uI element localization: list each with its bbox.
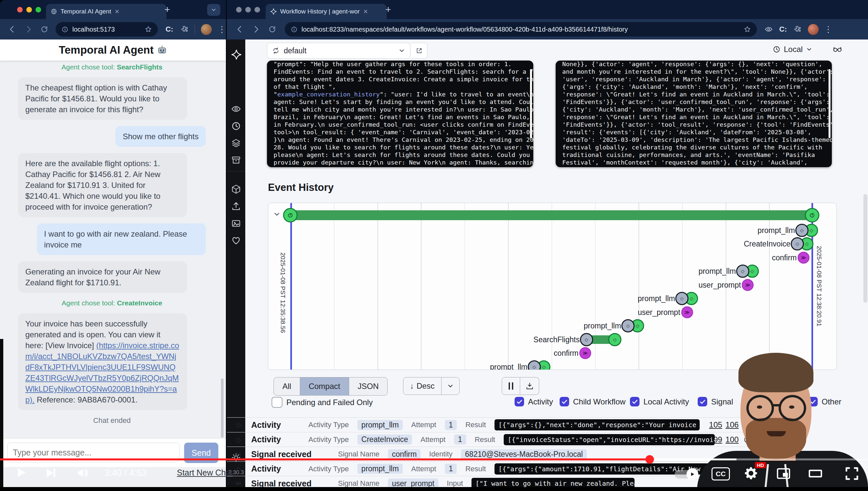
tab-close-icon[interactable] bbox=[363, 9, 368, 14]
bookmark-star-icon[interactable] bbox=[744, 26, 751, 33]
tab-close-icon[interactable] bbox=[115, 9, 120, 14]
address-bar[interactable]: localhost:8233/namespaces/default/workfl… bbox=[285, 22, 757, 36]
timeline-row-user_prompt[interactable]: ≫user_prompt bbox=[268, 306, 836, 319]
favorites-icon[interactable] bbox=[231, 236, 241, 246]
timeline-row-CreateInvoice[interactable]: ◇◇CreateInvoice bbox=[268, 237, 836, 251]
new-tab-button[interactable]: + bbox=[385, 4, 391, 15]
address-bar[interactable]: localhost:5173 bbox=[56, 22, 157, 36]
timeline-row-user_prompt[interactable]: ≫user_prompt bbox=[268, 278, 836, 292]
signal-marker[interactable]: ≫ bbox=[742, 279, 753, 291]
namespace-select[interactable]: default bbox=[267, 43, 410, 59]
workflow-input-json[interactable]: "prompt": "Help the user gather args for… bbox=[267, 61, 533, 167]
timeline-row-prompt_llm[interactable]: ◇◇prompt_llm bbox=[268, 292, 836, 306]
profile-avatar[interactable] bbox=[808, 24, 819, 35]
sort-desc-button[interactable]: ↓ Desc bbox=[403, 381, 441, 391]
workflows-icon[interactable] bbox=[231, 104, 241, 114]
browser-menu-icon[interactable]: ⋮ bbox=[218, 24, 226, 34]
browser-menu-icon[interactable]: ⋮ bbox=[824, 24, 833, 34]
extension-c-icon[interactable]: C: bbox=[166, 25, 173, 34]
timeline-row-confirm[interactable]: ≫confirm bbox=[268, 251, 836, 264]
miniplayer-button[interactable] bbox=[776, 466, 791, 481]
archive-icon[interactable] bbox=[231, 155, 241, 165]
profile-avatar[interactable] bbox=[201, 24, 212, 35]
code-left-scrollbar[interactable] bbox=[530, 69, 532, 138]
activity-scheduled-marker[interactable]: ◇ bbox=[736, 265, 749, 278]
reload-button[interactable] bbox=[268, 25, 276, 33]
forward-button[interactable] bbox=[252, 25, 260, 34]
namespace-open-button[interactable] bbox=[411, 43, 427, 59]
sort-chevron-button[interactable] bbox=[441, 382, 459, 389]
filter-checkbox-child-workflow[interactable]: Child Workflow bbox=[560, 397, 626, 406]
code-right-scrollbar[interactable] bbox=[829, 69, 831, 138]
extension-eye-icon[interactable] bbox=[765, 25, 773, 33]
timeline-row-prompt_llm[interactable]: ◇◇prompt_llm bbox=[268, 265, 836, 278]
import-icon[interactable] bbox=[231, 201, 241, 211]
timeline-row-prompt_llm[interactable]: ◇◇prompt_llm bbox=[268, 319, 836, 333]
bookmark-star-icon[interactable] bbox=[145, 26, 152, 33]
minimize-window-button[interactable] bbox=[245, 7, 251, 12]
cc-button[interactable]: CC bbox=[712, 467, 730, 481]
view-option-compact[interactable]: Compact bbox=[300, 377, 349, 395]
download-button[interactable] bbox=[520, 377, 539, 395]
namespaces-icon[interactable] bbox=[231, 138, 241, 148]
site-info-icon[interactable] bbox=[291, 26, 298, 33]
activity-scheduled-marker[interactable]: ◇ bbox=[791, 237, 804, 251]
video-progress-bar[interactable] bbox=[0, 458, 868, 460]
autoplay-toggle[interactable] bbox=[675, 470, 697, 479]
back-button[interactable] bbox=[236, 25, 244, 34]
workflow-start-marker[interactable] bbox=[283, 208, 298, 223]
conversation-history-json[interactable]: None}}, {'actor': 'agent', 'response': {… bbox=[556, 61, 832, 167]
forward-button[interactable] bbox=[24, 25, 33, 34]
new-tab-button[interactable]: + bbox=[164, 4, 170, 15]
extensions-puzzle-icon[interactable] bbox=[181, 25, 188, 33]
zoom-window-button[interactable] bbox=[254, 7, 260, 12]
site-info-icon[interactable] bbox=[61, 26, 68, 33]
activity-completed-marker[interactable]: ◇ bbox=[608, 333, 621, 346]
timeline-row-prompt_llm[interactable]: ◇◇prompt_llm bbox=[268, 224, 836, 237]
chat-scrollbar[interactable] bbox=[221, 378, 224, 438]
invoice-link[interactable]: (https://invoice.stripe.com/i/acct_1NBOL… bbox=[25, 341, 179, 404]
activity-scheduled-marker[interactable]: ◇ bbox=[621, 319, 634, 333]
close-window-button[interactable] bbox=[17, 7, 23, 12]
close-window-button[interactable] bbox=[236, 7, 242, 12]
next-button[interactable] bbox=[45, 467, 57, 479]
zoom-window-button[interactable] bbox=[35, 7, 41, 12]
tab-temporal-ai-agent[interactable]: Temporal AI Agent bbox=[46, 4, 166, 19]
activity-scheduled-marker[interactable]: ◇ bbox=[580, 333, 593, 346]
back-button[interactable] bbox=[8, 25, 17, 34]
play-button[interactable] bbox=[14, 466, 28, 479]
activity-scheduled-marker[interactable]: ◇ bbox=[795, 224, 808, 237]
extensions-puzzle-icon[interactable] bbox=[794, 25, 801, 33]
workflow-execution-bar[interactable] bbox=[290, 210, 812, 220]
signal-marker[interactable]: ≫ bbox=[681, 307, 693, 318]
timezone-select[interactable]: Local bbox=[773, 45, 812, 54]
filter-checkbox-activity[interactable]: Activity bbox=[515, 397, 553, 406]
workflow-end-marker[interactable] bbox=[805, 208, 819, 223]
minimize-window-button[interactable] bbox=[26, 7, 32, 12]
theater-mode-button[interactable] bbox=[807, 466, 823, 481]
pause-button[interactable] bbox=[502, 377, 520, 395]
sort-control[interactable]: ↓ Desc bbox=[403, 377, 460, 395]
tab-workflow-history[interactable]: Workflow History | agent-wor bbox=[266, 4, 386, 19]
signal-marker[interactable]: ≫ bbox=[579, 347, 591, 359]
activity-scheduled-marker[interactable]: ◇ bbox=[675, 292, 688, 305]
fullscreen-button[interactable] bbox=[844, 465, 860, 482]
timeline-collapse-chevron-icon[interactable] bbox=[273, 210, 281, 218]
tab-search-button[interactable] bbox=[207, 4, 220, 16]
video-scrubber-handle[interactable] bbox=[645, 455, 654, 464]
page-scrollbar[interactable] bbox=[863, 194, 867, 303]
field-label: Activity Type bbox=[308, 421, 349, 429]
signal-marker[interactable]: ≫ bbox=[798, 252, 809, 264]
volume-icon[interactable] bbox=[76, 467, 89, 479]
labs-glasses-icon[interactable] bbox=[833, 44, 842, 54]
view-option-json[interactable]: JSON bbox=[349, 377, 387, 395]
activity-scheduled-marker[interactable]: ◇ bbox=[528, 360, 541, 370]
reload-button[interactable] bbox=[40, 25, 48, 33]
extension-c-icon[interactable]: C: bbox=[779, 25, 787, 34]
codec-icon[interactable] bbox=[231, 184, 241, 194]
feedback-icon[interactable] bbox=[231, 219, 241, 228]
view-option-all[interactable]: All bbox=[274, 377, 300, 395]
start-new-chat-link[interactable]: Start New Chat bbox=[177, 468, 233, 478]
schedules-icon[interactable] bbox=[231, 121, 241, 131]
temporal-logo-icon[interactable] bbox=[231, 49, 242, 60]
